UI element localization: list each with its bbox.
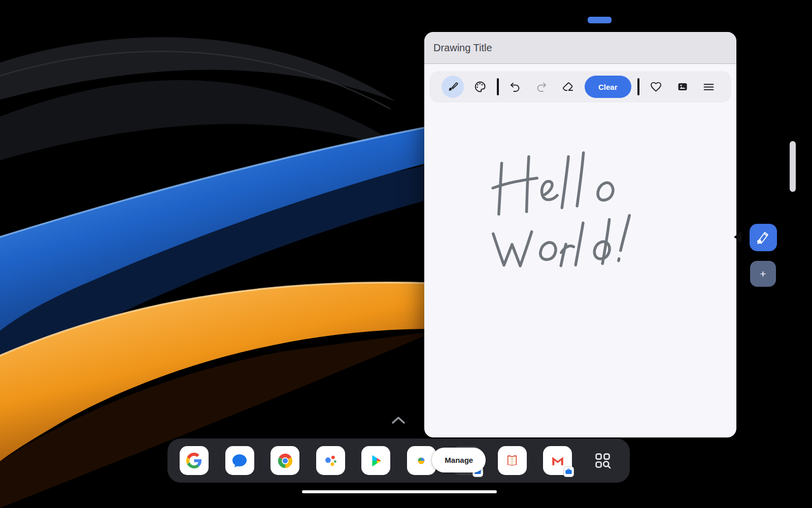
dock-app-gmail[interactable] (543, 446, 572, 475)
play-store-icon (368, 453, 384, 468)
add-note-button[interactable]: + (750, 261, 776, 287)
brush-tool-button[interactable] (442, 76, 464, 98)
taskbar-dock: Manage (167, 438, 630, 483)
stylus-scribble-icon (755, 229, 772, 246)
window-drag-handle[interactable] (588, 17, 612, 23)
eraser-button[interactable] (558, 77, 578, 97)
insert-image-button[interactable] (672, 77, 693, 97)
menu-button[interactable] (699, 77, 719, 97)
palette-icon (473, 80, 487, 93)
dock-app-chrome[interactable] (270, 446, 299, 475)
stylus-tool-bubble[interactable] (750, 224, 777, 251)
photos-icon (413, 453, 429, 469)
app-grid-search-icon (593, 451, 613, 471)
palette-tool-button[interactable] (470, 77, 490, 97)
dock-app-play-store[interactable] (361, 446, 390, 475)
book-icon (504, 453, 520, 469)
manage-label: Manage (445, 456, 473, 464)
dock-app-photos[interactable] (407, 446, 436, 475)
drawing-toolbar: Clear (429, 71, 731, 103)
clear-button[interactable]: Clear (585, 76, 631, 98)
manage-button[interactable]: Manage (432, 448, 486, 472)
dock-app-search[interactable] (589, 446, 618, 475)
work-briefcase-badge-icon (563, 466, 574, 477)
dock-app-assistant[interactable] (316, 446, 345, 475)
dock-app-messages[interactable] (225, 446, 254, 475)
hamburger-menu-icon (702, 81, 715, 93)
edge-scroll-handle[interactable] (790, 141, 796, 192)
eraser-icon (562, 81, 574, 93)
messages-icon (231, 453, 248, 469)
chrome-icon (277, 452, 294, 469)
brush-icon (447, 81, 459, 93)
dock-app-book[interactable] (498, 446, 527, 475)
collapse-arrow-icon[interactable] (734, 231, 741, 243)
google-icon (186, 453, 202, 468)
dock-app-google[interactable] (180, 446, 209, 475)
desktop: Drawing Title (0, 0, 812, 508)
undo-icon (509, 81, 521, 93)
redo-icon (535, 81, 548, 93)
window-title: Drawing Title (433, 42, 492, 54)
image-icon (676, 81, 689, 93)
expand-chevron-icon[interactable] (390, 415, 407, 425)
undo-button[interactable] (505, 77, 525, 97)
toolbar-separator (497, 78, 499, 95)
heart-icon (650, 81, 662, 93)
drawing-app-window: Drawing Title (424, 32, 736, 437)
toolbar-separator (637, 78, 639, 95)
assistant-icon (322, 453, 339, 469)
dock-app-work-profile[interactable]: Manage (452, 446, 481, 475)
redo-button[interactable] (531, 77, 552, 97)
gesture-navigation-bar[interactable] (302, 490, 497, 493)
window-titlebar[interactable]: Drawing Title (424, 32, 736, 64)
plus-label: + (760, 268, 766, 280)
favorite-button[interactable] (646, 77, 666, 97)
